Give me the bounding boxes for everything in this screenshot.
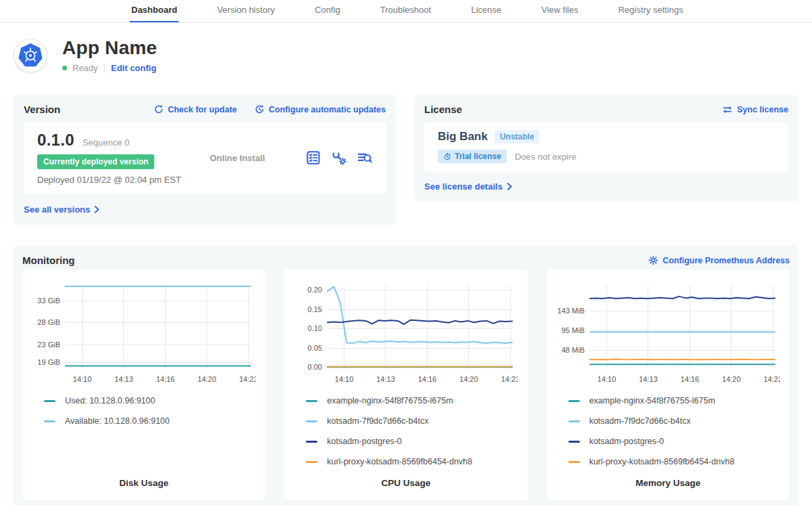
- svg-text:14:10: 14:10: [73, 375, 92, 383]
- view-logs-icon[interactable]: [357, 150, 372, 165]
- legend-item: kurl-proxy-kotsadm-8569fb6454-dnvh8: [568, 457, 780, 466]
- svg-text:14:10: 14:10: [335, 375, 354, 383]
- legend-dash-icon: [568, 420, 580, 422]
- chart-legend: example-nginx-54f8f76755-l675mkotsadm-7f…: [568, 396, 780, 466]
- series-line-kotsadm-postgres-0: [590, 297, 775, 299]
- see-license-details-link[interactable]: See license details: [424, 181, 512, 192]
- series-line-kurl-proxy-kotsadm-8569fb6454-dnvh8: [590, 359, 775, 360]
- top-nav: DashboardVersion historyConfigTroublesho…: [0, 0, 812, 23]
- status-dot: [62, 66, 67, 70]
- legend-label: kurl-proxy-kotsadm-8569fb6454-dnvh8: [589, 457, 735, 466]
- app-logo: [14, 39, 47, 72]
- legend-dash-icon: [306, 441, 317, 443]
- legend-label: Available: 10.128.0.96:9100: [65, 416, 170, 426]
- tab-troubleshoot[interactable]: Troubleshoot: [379, 5, 432, 22]
- svg-text:143 MiB: 143 MiB: [557, 307, 584, 315]
- legend-dash-icon: [306, 420, 317, 422]
- legend-item: kotsadm-postgres-0: [306, 437, 518, 446]
- deployed-timestamp: Deployed 01/19/22 @ 02:04 pm EST: [37, 175, 210, 185]
- preflight-checks-icon[interactable]: [306, 150, 321, 165]
- legend-item: example-nginx-54f8f76755-l675m: [306, 396, 518, 405]
- disk-usage-plot: 19 GiB23 GiB28 GiB33 GiB14:1014:1314:161…: [32, 278, 256, 388]
- chart-title: Memory Usage: [556, 478, 780, 488]
- svg-text:14:16: 14:16: [156, 375, 175, 383]
- channel-badge: Unstable: [495, 130, 540, 144]
- chevron-right-icon: [94, 206, 99, 213]
- legend-dash-icon: [44, 420, 55, 422]
- legend-item: example-nginx-54f8f76755-l675m: [568, 396, 780, 405]
- legend-label: Used: 10.128.0.96:9100: [65, 396, 155, 405]
- legend-dash-icon: [568, 400, 580, 402]
- legend-label: kotsadm-7f9dc7d66c-b4tcx: [589, 416, 691, 426]
- svg-text:0.10: 0.10: [308, 324, 322, 332]
- legend-dash-icon: [44, 400, 55, 402]
- legend-dash-icon: [306, 461, 317, 463]
- sync-license-button[interactable]: Sync license: [722, 105, 788, 114]
- legend-item: Available: 10.128.0.96:9100: [44, 416, 256, 426]
- svg-text:14:16: 14:16: [418, 375, 437, 383]
- tab-version-history[interactable]: Version history: [216, 5, 276, 22]
- legend-dash-icon: [306, 400, 317, 402]
- svg-text:28 GiB: 28 GiB: [37, 318, 60, 326]
- legend-item: kotsadm-7f9dc7d66c-b4tcx: [568, 416, 780, 426]
- tab-license[interactable]: License: [470, 5, 503, 22]
- chart-title: CPU Usage: [294, 478, 518, 488]
- svg-text:14:16: 14:16: [680, 375, 699, 383]
- app-header: App Name Ready | Edit config: [14, 23, 798, 73]
- stopwatch-icon: [443, 152, 451, 160]
- svg-text:14:23: 14:23: [763, 375, 780, 383]
- tab-view-files[interactable]: View files: [540, 5, 580, 22]
- series-line-kotsadm-7f9dc7d66c-b4tcx: [328, 286, 512, 343]
- memory-usage-card: 48 MiB95 MiB143 MiB14:1014:1314:1614:201…: [547, 269, 790, 500]
- svg-text:48 MiB: 48 MiB: [561, 346, 584, 354]
- version-card: Version Check for update: [14, 95, 396, 225]
- svg-text:0.05: 0.05: [308, 344, 322, 352]
- kubernetes-icon: [18, 43, 43, 68]
- customer-name: Big Bank: [438, 130, 488, 144]
- svg-text:14:23: 14:23: [240, 375, 256, 383]
- svg-text:14:20: 14:20: [459, 375, 478, 383]
- chart-legend: Used: 10.128.0.96:9100Available: 10.128.…: [44, 396, 256, 426]
- clock-refresh-icon: [254, 104, 265, 114]
- legend-label: example-nginx-54f8f76755-l675m: [327, 396, 453, 405]
- svg-text:0.15: 0.15: [308, 305, 322, 313]
- svg-text:14:23: 14:23: [501, 375, 518, 383]
- cpu-usage-card: 0.000.050.100.150.2014:1014:1314:1614:20…: [284, 269, 527, 500]
- configure-prometheus-button[interactable]: Configure Prometheus Address: [648, 255, 790, 265]
- chart-title: Disk Usage: [32, 478, 256, 488]
- svg-text:14:20: 14:20: [198, 375, 217, 383]
- tab-config[interactable]: Config: [313, 5, 342, 22]
- edit-config-link[interactable]: Edit config: [111, 63, 156, 73]
- tab-registry-settings[interactable]: Registry settings: [617, 5, 685, 22]
- legend-label: example-nginx-54f8f76755-l675m: [589, 396, 715, 405]
- svg-text:95 MiB: 95 MiB: [561, 326, 584, 334]
- check-for-update-button[interactable]: Check for update: [154, 104, 237, 114]
- svg-text:14:13: 14:13: [377, 375, 396, 383]
- configure-automatic-updates-button[interactable]: Configure automatic updates: [254, 104, 386, 114]
- legend-label: kotsadm-postgres-0: [327, 437, 401, 446]
- tab-dashboard[interactable]: Dashboard: [130, 5, 179, 22]
- status-badge: Ready: [72, 63, 98, 73]
- license-expiry: Does not expire: [515, 152, 577, 162]
- install-type-label: Online Install: [210, 153, 306, 163]
- svg-text:14:10: 14:10: [597, 375, 616, 383]
- svg-text:33 GiB: 33 GiB: [37, 297, 60, 305]
- cpu-usage-plot: 0.000.050.100.150.2014:1014:1314:1614:20…: [294, 278, 518, 388]
- legend-item: kurl-proxy-kotsadm-8569fb6454-dnvh8: [306, 457, 518, 466]
- legend-item: kotsadm-postgres-0: [568, 437, 780, 446]
- svg-text:14:13: 14:13: [639, 375, 658, 383]
- monitoring-title: Monitoring: [22, 255, 74, 266]
- config-wrench-icon[interactable]: [332, 150, 346, 165]
- svg-text:0.20: 0.20: [308, 286, 322, 294]
- gear-icon: [648, 255, 658, 265]
- svg-text:14:20: 14:20: [722, 375, 741, 383]
- see-all-versions-link[interactable]: See all versions: [24, 204, 99, 215]
- svg-text:23 GiB: 23 GiB: [37, 341, 60, 349]
- license-card-title: License: [424, 104, 462, 115]
- series-line-kotsadm-postgres-0: [328, 320, 512, 324]
- svg-text:0.00: 0.00: [308, 363, 322, 371]
- legend-label: kotsadm-postgres-0: [589, 437, 664, 446]
- legend-label: kurl-proxy-kotsadm-8569fb6454-dnvh8: [327, 457, 472, 466]
- license-card: License Sync license Big Bank Unstable: [414, 95, 798, 202]
- sequence-label: Sequence 0: [83, 137, 129, 148]
